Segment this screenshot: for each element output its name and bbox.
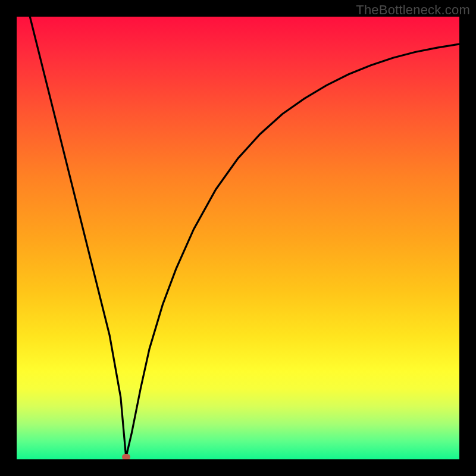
bottleneck-marker [122, 454, 130, 459]
curve-path [30, 17, 459, 457]
chart-frame: TheBottleneck.com [0, 0, 476, 476]
plot-area [17, 17, 459, 459]
curve-svg [17, 17, 459, 459]
watermark-text: TheBottleneck.com [356, 2, 470, 18]
